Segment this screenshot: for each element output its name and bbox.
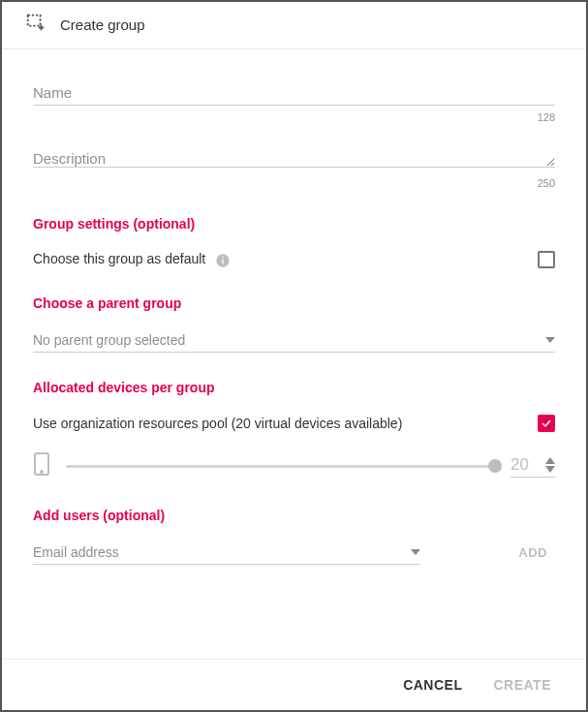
dialog-body: 128 250 Group settings (optional) Choose… (2, 49, 586, 659)
device-stepper: 20 (511, 455, 555, 478)
pool-checkbox[interactable] (538, 415, 555, 432)
create-button[interactable]: CREATE (493, 677, 551, 693)
name-field-wrapper: 128 (33, 80, 555, 123)
stepper-down[interactable] (545, 466, 555, 473)
svg-rect-4 (222, 259, 223, 263)
description-counter: 250 (33, 177, 555, 189)
allocated-title: Allocated devices per group (33, 380, 555, 395)
parent-group-title: Choose a parent group (33, 295, 555, 311)
pool-label: Use organization resources pool (20 virt… (33, 416, 402, 431)
default-group-label-wrapper: Choose this group as default (33, 251, 231, 267)
default-group-label: Choose this group as default (33, 251, 205, 266)
create-group-dialog: Create group 128 250 Group settings (opt… (2, 2, 586, 710)
slider-track (66, 465, 495, 468)
parent-group-placeholder: No parent group selected (33, 332, 185, 348)
chevron-down-icon (545, 337, 555, 343)
email-select[interactable]: Email address (33, 541, 420, 565)
description-input[interactable] (33, 146, 555, 168)
create-group-icon (25, 12, 46, 37)
device-slider[interactable] (66, 456, 495, 476)
svg-point-7 (41, 471, 43, 473)
add-users-title: Add users (optional) (33, 508, 555, 523)
info-icon[interactable] (215, 253, 231, 268)
chevron-down-icon (411, 549, 420, 555)
name-counter: 128 (33, 111, 555, 123)
name-input[interactable] (33, 80, 555, 106)
dialog-footer: CANCEL CREATE (2, 659, 586, 710)
description-field-wrapper: 250 (33, 146, 555, 189)
default-group-row: Choose this group as default (33, 251, 555, 268)
email-row: Email address ADD (33, 541, 555, 565)
dialog-title: Create group (60, 16, 145, 33)
add-button[interactable]: ADD (518, 545, 547, 560)
device-count: 20 (511, 455, 545, 475)
svg-rect-5 (222, 257, 223, 258)
email-placeholder: Email address (33, 544, 119, 560)
cancel-button[interactable]: CANCEL (403, 677, 462, 693)
dialog-header: Create group (2, 2, 586, 49)
parent-group-select[interactable]: No parent group selected (33, 328, 555, 353)
device-icon (33, 451, 50, 480)
svg-rect-0 (28, 15, 41, 26)
slider-thumb[interactable] (488, 459, 502, 473)
group-settings-title: Group settings (optional) (33, 216, 555, 232)
pool-row: Use organization resources pool (20 virt… (33, 415, 555, 432)
default-group-checkbox[interactable] (538, 251, 555, 268)
slider-row: 20 (33, 451, 555, 480)
stepper-up[interactable] (545, 457, 555, 464)
stepper-arrows (545, 457, 555, 473)
